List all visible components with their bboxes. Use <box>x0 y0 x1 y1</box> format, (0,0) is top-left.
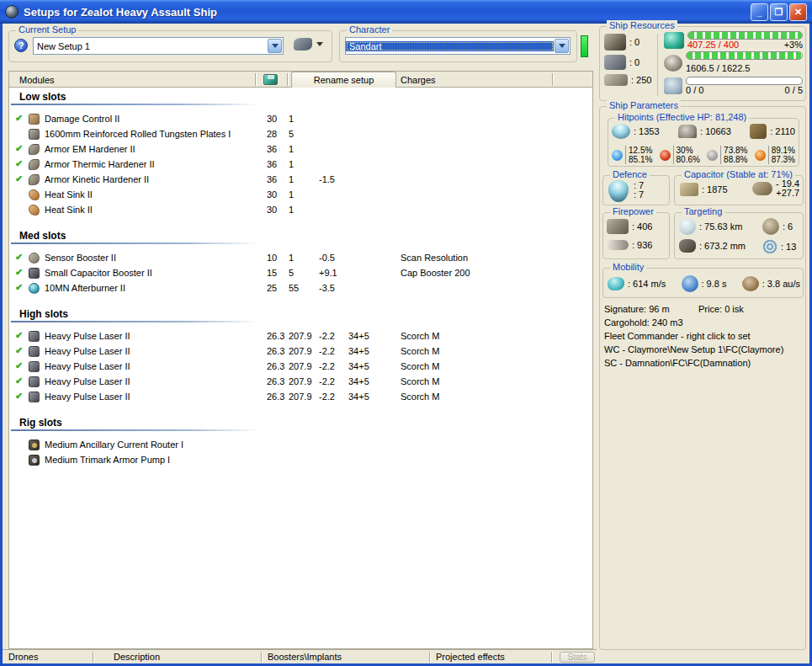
em-resist-icon <box>612 150 623 161</box>
module-row[interactable]: ✔Small Capacitor Booster II155+9.1Cap Bo… <box>9 266 592 281</box>
module-row[interactable]: 1600mm Reinforced Rolled Tungsten Plates… <box>9 127 592 142</box>
module-col1: 28 <box>267 129 277 139</box>
module-row[interactable]: ✔Armor Thermic Hardener II361 <box>9 157 592 173</box>
sensor-strength-icon <box>762 239 778 254</box>
modules-header[interactable]: Modules <box>19 72 55 88</box>
laser-icon <box>29 376 40 387</box>
fitted-check-icon: ✔ <box>15 376 23 386</box>
module-row[interactable]: ✔Sensor Booster II101-0.5Scan Resolution <box>9 251 592 266</box>
module-col3: -2.2 <box>319 376 335 386</box>
laser-icon <box>29 361 40 372</box>
module-row[interactable]: ✔Armor EM Hardener II361 <box>9 142 592 157</box>
charges-header[interactable]: Charges <box>401 72 436 88</box>
module-name: 1600mm Reinforced Rolled Tungsten Plates… <box>45 129 231 139</box>
stats-button[interactable]: Stats <box>560 652 595 663</box>
capacitor-amount: : 1875 <box>702 184 728 194</box>
module-name: Medium Ancillary Current Router I <box>45 440 183 450</box>
tab-drones[interactable]: Drones <box>8 652 38 662</box>
fitted-check-icon: ✔ <box>15 113 23 124</box>
module-col3: -1.5 <box>319 174 335 184</box>
module-col3: -3.5 <box>319 283 335 293</box>
module-row[interactable]: Medium Trimark Armor Pump I <box>9 453 592 468</box>
minimize-button[interactable]: _ <box>751 3 768 21</box>
section-divider <box>11 429 259 431</box>
fitted-check-icon: ✔ <box>15 391 23 402</box>
module-row[interactable]: ✔Heavy Pulse Laser II26.3207.9-2.234+5Sc… <box>9 329 592 344</box>
module-col1: 15 <box>267 268 277 278</box>
module-row[interactable]: ✔Heavy Pulse Laser II26.3207.9-2.234+5Sc… <box>9 344 592 360</box>
fitted-check-icon: ✔ <box>15 143 23 154</box>
close-button[interactable]: ✕ <box>789 3 807 21</box>
plate-icon <box>29 129 40 140</box>
module-row[interactable]: ✔Heavy Pulse Laser II26.3207.9-2.234+5Sc… <box>9 360 592 375</box>
module-col1: 25 <box>267 283 277 293</box>
module-name: Damage Control II <box>45 114 119 124</box>
title-bar: Setups for Zealot Heavy Assault Ship _ ❐… <box>0 0 812 24</box>
capbooster-icon <box>29 268 40 279</box>
align-time: : 9.8 s <box>702 279 727 289</box>
help-icon[interactable]: ? <box>14 39 28 52</box>
fitted-check-icon: ✔ <box>15 330 23 341</box>
slot-section-heading: Rig slots <box>19 417 592 429</box>
module-col2: 207.9 <box>289 346 312 356</box>
eft-window: Setups for Zealot Heavy Assault Ship _ ❐… <box>0 0 812 666</box>
module-row[interactable]: Medium Ancillary Current Router I <box>9 438 592 453</box>
module-row[interactable]: Heat Sink II301 <box>9 203 592 218</box>
module-row[interactable]: Heat Sink II301 <box>9 188 592 203</box>
capacitor-delta-icon <box>752 182 772 195</box>
module-name: Heat Sink II <box>45 189 93 200</box>
save-setup-button[interactable] <box>263 72 278 88</box>
explosive-resist-icon <box>755 150 766 161</box>
ship-icon <box>294 38 312 51</box>
module-col1: 30 <box>267 205 277 215</box>
tab-rename-setup[interactable]: Rename setup <box>291 72 396 88</box>
module-name: Heavy Pulse Laser II <box>45 331 130 341</box>
module-col1: 36 <box>267 159 277 169</box>
heatsink-icon <box>29 205 40 216</box>
ship-menu-button[interactable] <box>294 38 323 51</box>
character-select[interactable]: Sandart <box>345 37 571 55</box>
cpu-usage: 407.25 / 400 <box>687 40 739 50</box>
explosive-resist: 89.1%87.3% <box>755 146 795 164</box>
current-setup-group: Current Setup ? New Setup 1 <box>8 30 332 62</box>
dps-icon <box>607 240 629 250</box>
firepower-group: Firepower : 406 : 936 <box>602 212 670 259</box>
chevron-down-icon[interactable] <box>555 39 569 53</box>
app-icon <box>5 5 19 19</box>
rig1-icon <box>29 440 40 450</box>
module-name: Heavy Pulse Laser II <box>45 361 130 371</box>
chevron-down-icon[interactable] <box>268 39 282 53</box>
sensor-strength: : 13 <box>781 242 796 252</box>
module-row[interactable]: ✔10MN Afterburner II2555-3.5 <box>9 281 592 296</box>
ship-resources-group: Ship Resources : 0 : 0 : 250 407.25 / 40… <box>599 26 806 101</box>
targeting-label: Targeting <box>682 206 724 216</box>
capacitor-recharge: +27.7 <box>776 189 799 198</box>
module-col2: 207.9 <box>289 361 312 371</box>
module-col1: 26.3 <box>267 361 284 371</box>
module-col4: 34+5 <box>348 346 369 356</box>
laser-icon <box>29 392 40 402</box>
save-icon <box>263 74 278 85</box>
fleet-commander-text[interactable]: Fleet Commander - right click to set <box>604 331 751 341</box>
module-col1: 26.3 <box>267 346 284 356</box>
module-name: Heavy Pulse Laser II <box>45 346 130 356</box>
module-col3: -0.5 <box>319 253 335 263</box>
tab-description[interactable]: Description <box>114 652 160 662</box>
module-row[interactable]: ✔Armor Kinetic Hardener II361-1.5 <box>9 173 592 188</box>
module-charge: Scorch M <box>401 361 439 371</box>
module-row[interactable]: ✔Damage Control II301 <box>9 112 592 127</box>
tab-boosters-implants[interactable]: Boosters\Implants <box>268 652 342 662</box>
tab-projected-effects[interactable]: Projected effects <box>436 652 505 662</box>
defence-group: Defence : 7 : 7 <box>602 175 670 205</box>
module-row[interactable]: ✔Heavy Pulse Laser II26.3207.9-2.234+5Sc… <box>9 375 592 390</box>
setup-select[interactable]: New Setup 1 <box>33 37 284 55</box>
module-col2: 55 <box>289 283 299 293</box>
maximize-button[interactable]: ❐ <box>770 3 788 21</box>
fitted-check-icon: ✔ <box>15 158 23 169</box>
wing-commander-text: WC - Claymore\New Setup 1\FC(Claymore) <box>604 344 783 354</box>
module-name: Armor Thermic Hardener II <box>45 159 155 169</box>
thermal-resist: 30%80.6% <box>660 146 700 164</box>
drone-bandwidth-icon <box>664 77 682 94</box>
module-row[interactable]: ✔Heavy Pulse Laser II26.3207.9-2.234+5Sc… <box>9 390 592 405</box>
slot-section-heading: Low slots <box>19 91 592 103</box>
